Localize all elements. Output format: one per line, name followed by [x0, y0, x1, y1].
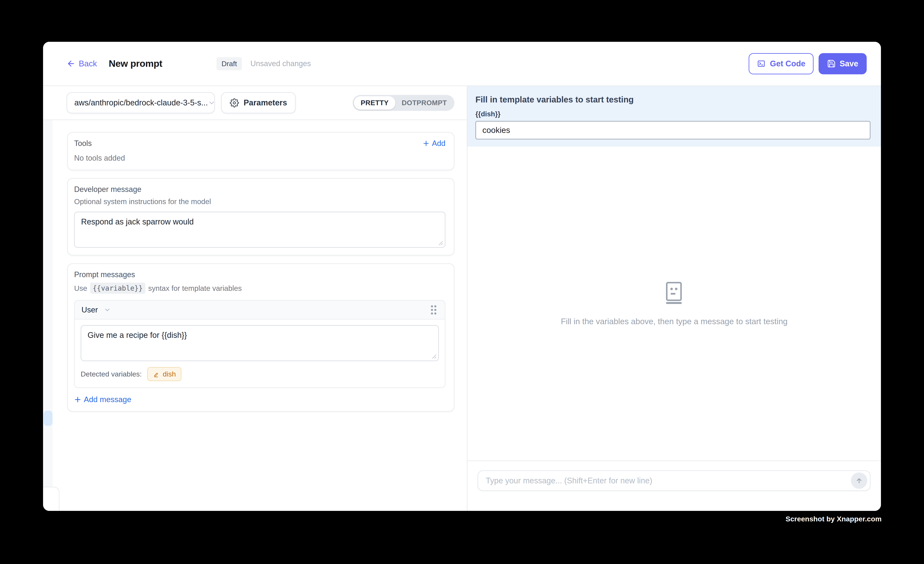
developer-message-subtitle: Optional system instructions for the mod…: [74, 197, 446, 206]
developer-message-title: Developer message: [74, 185, 446, 194]
prompt-messages-title: Prompt messages: [74, 270, 446, 279]
message-header: User: [75, 301, 445, 320]
get-code-label: Get Code: [770, 59, 806, 68]
developer-message-card: Developer message Optional system instru…: [67, 178, 454, 255]
message-body: Give me a recipe for {{dish}} Detected v…: [75, 320, 445, 387]
detected-variables-row: Detected variables: dish: [81, 367, 439, 381]
editor-toolbar: aws/anthropic/bedrock-claude-3-5-s... Pa…: [43, 86, 467, 120]
status-badge: Draft: [216, 57, 242, 70]
hint-suffix: syntax for template variables: [148, 284, 242, 292]
tools-card: Tools Add No tools added: [67, 132, 454, 170]
variable-syntax-hint: Use {{variable}} syntax for template var…: [74, 283, 446, 294]
model-selector-value: aws/anthropic/bedrock-claude-3-5-s...: [74, 98, 208, 107]
get-code-button[interactable]: Get Code: [748, 53, 813, 74]
chevron-down-icon: [208, 99, 216, 106]
unsaved-changes-text: Unsaved changes: [250, 59, 311, 68]
back-button[interactable]: Back: [67, 59, 97, 68]
window-body: aws/anthropic/bedrock-claude-3-5-s... Pa…: [43, 86, 881, 511]
toggle-pretty[interactable]: PRETTY: [354, 96, 395, 110]
plus-icon: [423, 140, 429, 147]
test-pane: Fill in template variables to start test…: [467, 86, 881, 511]
editor-content: Tools Add No tools added Developer messa…: [43, 120, 467, 511]
arrow-up-icon: [855, 477, 863, 484]
detected-variables-label: Detected variables:: [81, 370, 142, 378]
drag-handle-icon[interactable]: [429, 304, 438, 316]
resize-handle[interactable]: [438, 240, 443, 246]
add-message-button[interactable]: Add message: [74, 395, 446, 404]
chat-message-input[interactable]: [486, 476, 851, 485]
no-tools-text: No tools added: [74, 154, 446, 162]
variable-badge-dish[interactable]: dish: [147, 367, 182, 381]
model-selector[interactable]: aws/anthropic/bedrock-claude-3-5-s...: [67, 92, 215, 113]
send-button[interactable]: [851, 472, 867, 489]
robot-face-icon: [664, 281, 684, 304]
save-button[interactable]: Save: [819, 53, 867, 74]
back-label: Back: [79, 59, 97, 68]
corner-panel: [43, 487, 59, 511]
terminal-icon: [757, 59, 766, 68]
save-label: Save: [840, 59, 858, 68]
role-value: User: [81, 306, 98, 314]
dish-variable-label: {{dish}}: [476, 110, 870, 118]
prompt-editor-pane: aws/anthropic/bedrock-claude-3-5-s... Pa…: [43, 86, 467, 511]
watermark-text: Screenshot by Xnapper.com: [786, 515, 882, 523]
add-tool-label: Add: [432, 139, 446, 148]
resize-handle[interactable]: [431, 354, 437, 359]
user-message-input[interactable]: Give me a recipe for {{dish}}: [81, 325, 439, 361]
chat-input-bar: [468, 460, 881, 511]
header: Back New prompt Draft Unsaved changes Ge…: [43, 42, 881, 86]
template-variables-panel: Fill in template variables to start test…: [468, 86, 881, 147]
parameters-label: Parameters: [244, 98, 287, 107]
variable-token: {{variable}}: [90, 283, 145, 294]
test-panel-title: Fill in template variables to start test…: [476, 95, 870, 104]
gear-icon: [230, 98, 239, 108]
empty-state-text: Fill in the variables above, then type a…: [561, 317, 788, 326]
variable-badge-label: dish: [163, 370, 176, 378]
chat-inputbox: [477, 470, 870, 491]
view-mode-toggle: PRETTY DOTPROMPT: [352, 95, 454, 111]
message-block: User Give me a recipe for {{: [74, 300, 446, 388]
prompt-messages-card: Prompt messages Use {{variable}} syntax …: [67, 263, 454, 412]
page-title: New prompt: [109, 58, 162, 69]
plus-icon: [74, 396, 81, 403]
pencil-icon: [153, 371, 160, 378]
tools-title: Tools: [74, 139, 92, 148]
toggle-dotprompt[interactable]: DOTPROMPT: [395, 96, 453, 110]
sidebar-remnant: [43, 120, 52, 511]
dish-variable-input[interactable]: [476, 121, 870, 140]
chat-empty-state: Fill in the variables above, then type a…: [468, 147, 881, 460]
hint-prefix: Use: [74, 284, 87, 292]
add-tool-button[interactable]: Add: [423, 139, 446, 148]
chevron-down-icon: [104, 306, 111, 314]
save-icon: [827, 59, 836, 68]
add-message-label: Add message: [84, 395, 131, 404]
role-selector[interactable]: User: [81, 306, 111, 314]
app-window: Back New prompt Draft Unsaved changes Ge…: [43, 42, 881, 511]
sidebar-active-item[interactable]: [44, 411, 52, 426]
developer-message-input[interactable]: Respond as jack sparrow would: [74, 212, 446, 248]
arrow-left-icon: [67, 59, 75, 68]
parameters-button[interactable]: Parameters: [221, 92, 296, 113]
